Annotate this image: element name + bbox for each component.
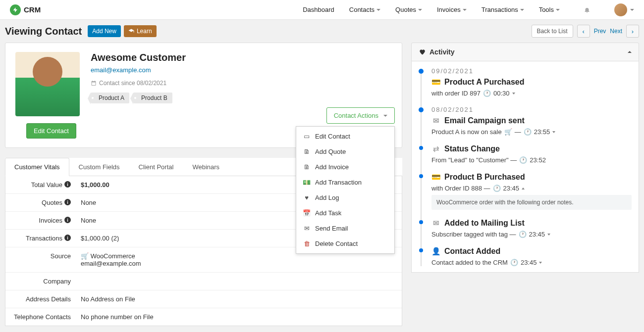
vitals-total-value: $1,000.00 [81,181,109,189]
tab-vitals[interactable]: Customer Vitals [5,158,69,176]
timeline-item-title: Added to Mailing List [444,219,525,228]
vitals-row-address: Address Details No Address on File [5,290,402,308]
prev-arrow-button[interactable]: ‹ [577,25,590,38]
chevron-up-icon [628,51,632,53]
subheader-right: Back to List ‹ Prev Next › [532,25,639,38]
prev-link[interactable]: Prev [594,28,606,35]
edit-contact-label: Edit Contact [34,127,69,135]
chevron-down-icon[interactable] [539,262,542,264]
calendar-icon [91,80,97,86]
info-icon[interactable]: i [64,199,71,205]
bell-icon[interactable] [584,6,590,13]
timeline-group-4: ✉Added to Mailing List Subscriber tagged… [431,219,632,238]
nav-links: Dashboard Contacts Quotes Invoices Trans… [303,3,634,16]
action-add-invoice[interactable]: 🗎Add Invoice [296,159,394,175]
contact-photo-col [15,52,80,116]
action-edit-contact[interactable]: ▭Edit Contact [296,129,394,144]
nav-dashboard[interactable]: Dashboard [303,6,334,13]
contact-actions-label: Contact Actions [334,112,378,119]
nav-tools-label: Tools [539,6,554,13]
clock-icon: 🕐 [510,259,518,266]
learn-label: Learn [137,28,152,35]
nav-transactions-label: Transactions [482,6,518,13]
activity-timeline: 09/02/2021 💳Product A Purchased with ord… [417,67,632,266]
contact-actions-button[interactable]: Contact Actions [326,107,395,124]
learn-button[interactable]: Learn [124,25,157,37]
heartbeat-icon [419,48,426,55]
action-delete-contact[interactable]: 🗑Delete Contact [296,236,394,251]
contact-since-text: Contact since 08/02/2021 [99,80,166,87]
action-add-task[interactable]: 📅Add Task [296,205,394,221]
timeline-group-1: 08/02/2021 ✉Email Campaign sent Product … [431,106,632,136]
nav-contacts[interactable]: Contacts [349,6,380,13]
contact-since: Contact since 08/02/2021 [91,80,186,87]
contact-email[interactable]: email@example.com [91,66,151,74]
vitals-invoices-label: Invoices [39,217,62,224]
contact-info: Awesome Customer email@example.com Conta… [91,52,186,116]
timeline-item-contact-added: 👤Contact Added Contact added to the CRM … [431,247,632,266]
chevron-down-icon [383,115,387,117]
id-card-icon: ▭ [303,133,310,140]
timeline-group-0: 09/02/2021 💳Product A Purchased with ord… [431,67,632,97]
vitals-quotes-label: Quotes [42,199,62,206]
chevron-down-icon[interactable] [512,93,515,95]
envelope-icon: ✉ [431,116,440,125]
timeline-group-5: 👤Contact Added Contact added to the CRM … [431,247,632,266]
contact-actions: Contact Actions ▭Edit Contact 🗎Add Quote… [326,107,395,124]
timeline-group-3: 💳Product B Purchased with Order ID 888 —… [431,173,632,210]
vitals-address-label: Address Details [26,295,71,303]
next-link[interactable]: Next [610,28,622,35]
chevron-down-icon[interactable] [552,131,555,133]
activity-header[interactable]: Activity [411,43,639,61]
action-edit-label: Edit Contact [315,133,350,140]
vitals-row-phone: Telephone Contacts No phone number on Fi… [5,308,402,326]
tab-client-portal[interactable]: Client Portal [129,158,183,176]
next-arrow-button[interactable]: › [626,25,639,38]
action-add-task-label: Add Task [315,209,341,217]
edit-contact-button[interactable]: Edit Contact [26,123,76,139]
add-new-button[interactable]: Add New [88,25,121,37]
tag-product-a[interactable]: Product A [91,93,129,103]
brand-name: CRM [24,5,41,14]
vitals-company-value [75,273,402,290]
clock-icon: 🕐 [493,185,501,192]
user-menu[interactable] [614,3,634,16]
vitals-source-email: email@example.com [81,260,141,267]
vitals-phone-value: No phone number on File [75,308,402,326]
nav-tools[interactable]: Tools [539,6,560,13]
credit-card-icon: 💳 [431,78,440,87]
vitals-total-label: Total Value [31,181,62,189]
nav-quotes[interactable]: Quotes [395,6,422,13]
nav-invoices[interactable]: Invoices [437,6,467,13]
timeline-item-title: Product A Purchased [444,78,525,87]
timeline-item-title: Product B Purchased [444,173,525,182]
timeline-item-title: Email Campaign sent [444,116,525,125]
action-add-log[interactable]: ♥Add Log [296,190,394,205]
tab-webinars[interactable]: Webinars [183,158,229,176]
info-icon[interactable]: i [64,217,71,223]
chevron-down-icon[interactable] [547,234,550,236]
heartbeat-icon: ♥ [303,194,310,201]
clock-icon: 🕐 [519,231,527,238]
action-add-quote[interactable]: 🗎Add Quote [296,144,394,159]
nav-invoices-label: Invoices [437,6,461,13]
info-icon[interactable]: i [64,235,71,241]
nav-transactions[interactable]: Transactions [482,6,524,13]
chevron-down-icon [418,9,422,11]
chevron-up-icon[interactable] [522,188,525,190]
tab-custom-fields[interactable]: Custom Fields [69,158,129,176]
timeline-item-meta: From "Lead" to "Customer" — [431,156,517,164]
timeline-item-meta: Product A is now on sale [431,128,502,136]
brand-logo[interactable]: CRM [10,4,41,15]
tag-product-b[interactable]: Product B [133,93,172,103]
timeline-item-meta: with Order ID 888 — [431,185,490,192]
back-to-list-button[interactable]: Back to List [532,25,573,38]
contact-header: Awesome Customer email@example.com Conta… [5,43,402,125]
action-send-email[interactable]: ✉Send Email [296,221,394,236]
timeline-item-product-a: 💳Product A Purchased with order ID 897 🕐… [431,78,632,97]
info-icon[interactable]: i [64,181,71,188]
action-add-transaction[interactable]: 💵Add Transaction [296,175,394,190]
file-icon: 🗎 [303,148,310,155]
vitals-transactions-label: Transactions [26,235,62,242]
vitals-company-label: Company [43,278,71,285]
